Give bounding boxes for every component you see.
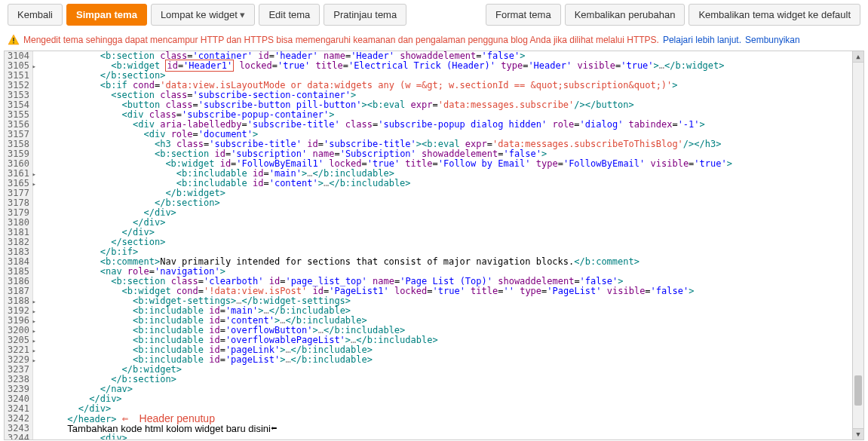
code-line[interactable]: <div> xyxy=(33,433,863,439)
editor-body[interactable]: 31043105▸3151315231533154315531563157315… xyxy=(5,51,863,439)
scroll-up-button[interactable]: ▲ xyxy=(853,51,863,63)
scroll-thumb[interactable] xyxy=(854,375,862,406)
warning-icon xyxy=(8,34,20,46)
code-editor: 31043105▸3151315231533154315531563157315… xyxy=(4,51,864,440)
svg-rect-2 xyxy=(13,42,14,44)
fold-marker-icon[interactable]: ▸ xyxy=(32,179,36,189)
revert-default-button[interactable]: Kembalikan tema widget ke default xyxy=(689,4,860,26)
fold-marker-icon[interactable]: ▸ xyxy=(32,336,36,346)
fold-marker-icon[interactable]: ▸ xyxy=(32,170,36,179)
scroll-down-button[interactable]: ▼ xyxy=(853,428,863,439)
fold-marker-icon[interactable]: ▸ xyxy=(32,317,36,326)
code-line[interactable]: </div> xyxy=(33,394,863,404)
code-line[interactable]: </b:section> xyxy=(33,375,863,384)
fold-marker-icon[interactable]: ▸ xyxy=(32,62,36,72)
preview-theme-button[interactable]: Pratinjau tema xyxy=(324,4,406,26)
toolbar-right: Format tema Kembalikan perubahan Kembali… xyxy=(486,4,860,26)
code-line[interactable]: Tambahkan kode html kolom widget baru di… xyxy=(33,424,863,433)
warning-bar: Mengedit tema sehingga dapat mencampur H… xyxy=(0,29,868,51)
line-number-gutter: 31043105▸3151315231533154315531563157315… xyxy=(5,51,33,439)
fold-marker-icon[interactable]: ▸ xyxy=(32,326,36,336)
toolbar-left: Kembali Simpan tema Lompat ke widget Edi… xyxy=(8,4,406,26)
line-number: 3244 xyxy=(8,433,29,439)
code-line[interactable]: </div> xyxy=(33,218,863,228)
vertical-scrollbar[interactable]: ▲ ▼ xyxy=(852,51,863,439)
format-theme-button[interactable]: Format tema xyxy=(486,4,561,26)
jump-to-widget-button[interactable]: Lompat ke widget xyxy=(151,4,256,26)
warning-text: Mengedit tema sehingga dapat mencampur H… xyxy=(23,35,659,45)
save-theme-button[interactable]: Simpan tema xyxy=(66,4,147,26)
code-line[interactable]: </section> xyxy=(33,237,863,247)
revert-changes-button[interactable]: Kembalikan perubahan xyxy=(565,4,686,26)
learn-more-link[interactable]: Pelajari lebih lanjut. xyxy=(663,35,741,45)
edit-theme-button[interactable]: Edit tema xyxy=(259,4,320,26)
back-button[interactable]: Kembali xyxy=(8,4,63,26)
toolbar: Kembali Simpan tema Lompat ke widget Edi… xyxy=(0,0,868,29)
svg-rect-1 xyxy=(13,38,14,41)
code-area[interactable]: <b:section class='container' id='header'… xyxy=(33,51,863,439)
hide-warning-link[interactable]: Sembunyikan xyxy=(745,35,800,45)
code-line[interactable]: </nav> xyxy=(33,384,863,394)
fold-marker-icon[interactable]: ▸ xyxy=(32,346,36,356)
fold-marker-icon[interactable]: ▸ xyxy=(32,307,36,317)
fold-marker-icon[interactable]: ▸ xyxy=(32,356,36,366)
fold-marker-icon[interactable]: ▸ xyxy=(32,297,36,307)
